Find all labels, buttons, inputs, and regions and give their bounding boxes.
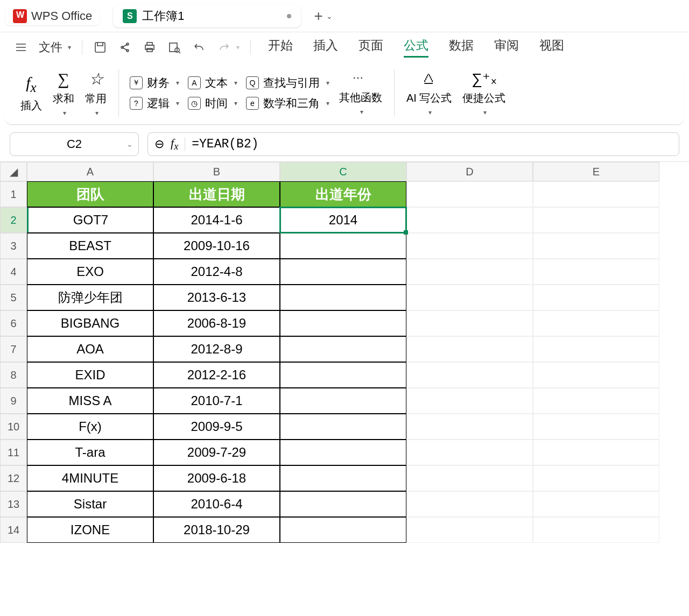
cell-A9[interactable]: MISS A [27, 388, 153, 414]
redo-button[interactable] [213, 38, 244, 56]
workbook-tab[interactable]: S 工作簿1 [113, 5, 300, 27]
row-header-4[interactable]: 4 [0, 259, 27, 285]
cell-E13[interactable] [533, 491, 659, 517]
col-header-A[interactable]: A [27, 162, 153, 181]
cell-C8[interactable] [280, 362, 406, 388]
cell-C6[interactable] [280, 310, 406, 336]
ribbon-tab-0[interactable]: 开始 [268, 37, 293, 58]
row-header-5[interactable]: 5 [0, 285, 27, 310]
row-header-2[interactable]: 2 [0, 207, 27, 233]
cell-A12[interactable]: 4MINUTE [27, 465, 153, 491]
cell-D5[interactable] [406, 285, 533, 310]
cell-E10[interactable] [533, 414, 659, 440]
share-button[interactable] [114, 38, 136, 56]
ribbon-tab-3[interactable]: 公式 [404, 37, 428, 58]
cell-B12[interactable]: 2009-6-18 [153, 465, 280, 491]
spreadsheet-grid[interactable]: ◢ABCDE1团队出道日期出道年份2GOT72014-1-620143BEAST… [0, 162, 689, 543]
cell-C12[interactable] [280, 465, 406, 491]
cell-B5[interactable]: 2013-6-13 [153, 285, 280, 310]
col-header-E[interactable]: E [533, 162, 659, 181]
cell-D2[interactable] [406, 207, 533, 233]
col-header-B[interactable]: B [153, 162, 280, 181]
cell-E14[interactable] [533, 517, 659, 543]
cell-C3[interactable] [280, 233, 406, 259]
col-header-C[interactable]: C [280, 162, 406, 181]
cell-A4[interactable]: EXO [27, 259, 153, 285]
time-fn-button[interactable]: ◷时间 [188, 96, 237, 111]
cell-A13[interactable]: Sistar [27, 491, 153, 517]
cell-E4[interactable] [533, 259, 659, 285]
ribbon-tab-2[interactable]: 页面 [358, 37, 383, 58]
name-box[interactable]: C2 ⌄ [10, 132, 139, 156]
print-button[interactable] [138, 38, 161, 56]
cell-E12[interactable] [533, 465, 659, 491]
cell-A5[interactable]: 防弹少年团 [27, 285, 153, 310]
cell-A1[interactable]: 团队 [27, 181, 153, 207]
app-logo[interactable]: WPS Office [5, 7, 100, 25]
cell-B3[interactable]: 2009-10-16 [153, 233, 280, 259]
row-header-12[interactable]: 12 [0, 465, 27, 491]
cell-A8[interactable]: EXID [27, 362, 153, 388]
row-header-1[interactable]: 1 [0, 181, 27, 207]
cell-A3[interactable]: BEAST [27, 233, 153, 259]
cell-E3[interactable] [533, 233, 659, 259]
col-header-D[interactable]: D [406, 162, 533, 181]
cell-D10[interactable] [406, 414, 533, 440]
select-all-corner[interactable]: ◢ [0, 162, 27, 181]
cell-B7[interactable]: 2012-8-9 [153, 336, 280, 362]
cell-B13[interactable]: 2010-6-4 [153, 491, 280, 517]
text-fn-button[interactable]: A文本 [188, 75, 237, 90]
quick-formula-button[interactable]: ∑⁺ₓ 便捷公式 [457, 70, 511, 116]
formula-bar[interactable]: ⊖ fx =YEAR(B2) [147, 132, 679, 156]
cell-C1[interactable]: 出道年份 [280, 181, 406, 207]
tab-menu-dropdown[interactable]: ⌄ [326, 12, 333, 20]
favorite-button[interactable]: ☆ 常用 [80, 69, 112, 117]
cell-D6[interactable] [406, 310, 533, 336]
cell-D11[interactable] [406, 440, 533, 465]
cell-C14[interactable] [280, 517, 406, 543]
row-header-6[interactable]: 6 [0, 310, 27, 336]
ribbon-tab-4[interactable]: 数据 [449, 37, 474, 58]
logic-fn-button[interactable]: ?逻辑 [130, 96, 179, 111]
fill-handle[interactable] [404, 230, 408, 235]
save-button[interactable] [89, 38, 111, 56]
row-header-13[interactable]: 13 [0, 491, 27, 517]
row-header-7[interactable]: 7 [0, 336, 27, 362]
cell-A7[interactable]: AOA [27, 336, 153, 362]
cell-D4[interactable] [406, 259, 533, 285]
ai-formula-button[interactable]: ⩟ AI 写公式 [401, 70, 457, 116]
cell-E8[interactable] [533, 362, 659, 388]
cell-B6[interactable]: 2006-8-19 [153, 310, 280, 336]
menu-hamburger[interactable] [10, 38, 32, 56]
cell-D13[interactable] [406, 491, 533, 517]
cell-C7[interactable] [280, 336, 406, 362]
cell-D3[interactable] [406, 233, 533, 259]
cell-A2[interactable]: GOT7 [27, 207, 153, 233]
row-header-10[interactable]: 10 [0, 414, 27, 440]
cell-D1[interactable] [406, 181, 533, 207]
cell-D9[interactable] [406, 388, 533, 414]
cell-C5[interactable] [280, 285, 406, 310]
row-header-11[interactable]: 11 [0, 440, 27, 465]
preview-button[interactable] [163, 38, 186, 56]
cell-B4[interactable]: 2012-4-8 [153, 259, 280, 285]
cell-C9[interactable] [280, 388, 406, 414]
cell-B2[interactable]: 2014-1-6 [153, 207, 280, 233]
zoom-out-icon[interactable]: ⊖ [154, 137, 164, 151]
ribbon-tab-1[interactable]: 插入 [313, 37, 338, 58]
other-fn-button[interactable]: ⋯ 其他函数 [334, 71, 388, 116]
cell-E5[interactable] [533, 285, 659, 310]
cell-D7[interactable] [406, 336, 533, 362]
cell-B11[interactable]: 2009-7-29 [153, 440, 280, 465]
cell-B9[interactable]: 2010-7-1 [153, 388, 280, 414]
cell-B1[interactable]: 出道日期 [153, 181, 280, 207]
cell-B8[interactable]: 2012-2-16 [153, 362, 280, 388]
row-header-8[interactable]: 8 [0, 362, 27, 388]
cell-C13[interactable] [280, 491, 406, 517]
fx-icon[interactable]: fx [171, 136, 178, 152]
cell-E1[interactable] [533, 181, 659, 207]
cell-B14[interactable]: 2018-10-29 [153, 517, 280, 543]
insert-function-button[interactable]: fx 插入 [15, 74, 47, 113]
row-header-3[interactable]: 3 [0, 233, 27, 259]
cell-C4[interactable] [280, 259, 406, 285]
